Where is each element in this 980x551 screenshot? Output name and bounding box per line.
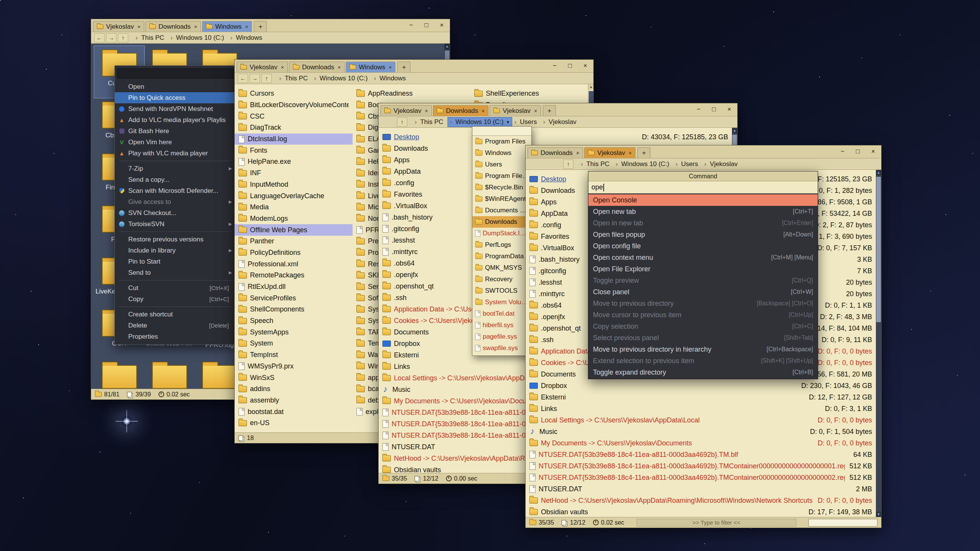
tab[interactable]: Downloads × — [145, 21, 201, 32]
tab-close-icon[interactable]: × — [338, 64, 341, 70]
context-menu-item[interactable]: Delete [Delete] — [115, 320, 236, 331]
dropdown-item[interactable]: System Volume Information — [472, 297, 531, 308]
up-button[interactable]: ↑ — [397, 117, 407, 127]
tab[interactable]: Vjekoslav × — [584, 147, 635, 158]
scroll-up-icon[interactable]: ▲ — [876, 170, 881, 175]
file-row[interactable]: WinSxS — [235, 372, 353, 383]
context-menu-item[interactable]: Git Bash Here — [115, 126, 236, 137]
command-item[interactable]: Open in new tab [Ctrl+Enter] — [588, 217, 818, 229]
tab[interactable]: Windows × — [202, 21, 252, 32]
file-row[interactable]: RtlExUpd.dll — [235, 281, 353, 293]
command-item[interactable]: Move to previous directory [Backspace] [… — [588, 298, 818, 309]
context-menu-item[interactable]: Open — [115, 81, 236, 92]
tab-close-icon[interactable]: × — [137, 24, 140, 30]
scroll-thumb[interactable] — [876, 177, 881, 322]
context-menu-item[interactable]: SVN Checkout... — [115, 207, 236, 218]
file-row[interactable]: Panther — [235, 236, 353, 247]
file-row[interactable]: AppReadiness — [353, 88, 470, 99]
dropdown-item[interactable]: SWTOOLS — [472, 285, 531, 297]
file-row[interactable]: ServiceProfiles — [235, 292, 353, 304]
command-item[interactable]: Move to previous directory in hierarchy … — [588, 344, 818, 355]
file-row[interactable]: NTUSER.DAT{53b39e88-18c4-11ea-a811-000d3… — [526, 460, 876, 472]
file-row[interactable]: CSC — [235, 111, 353, 122]
maximize-button[interactable]: □ — [708, 105, 720, 114]
file-row[interactable]: My Documents -> C:\Users\Vjekoslav\Docum… — [526, 437, 876, 449]
up-button[interactable]: ↑ — [563, 160, 573, 169]
file-row[interactable]: System — [235, 338, 353, 349]
command-item[interactable]: Toggle expand directory [Ctrl+B] — [588, 367, 818, 378]
context-menu-item[interactable] — [119, 280, 232, 280]
dropdown-filter-input[interactable] — [472, 127, 531, 136]
new-tab-button[interactable]: + — [637, 147, 650, 158]
file-row[interactable]: WMSysPr9.prx — [235, 361, 353, 372]
file-row[interactable]: Desktop D: 43034, F: 125185, 23 GB — [379, 131, 732, 143]
tab[interactable]: Windows × — [346, 62, 395, 72]
breadcrumb-segment[interactable]: Users — [512, 117, 541, 127]
tab-close-icon[interactable]: × — [245, 24, 248, 30]
context-menu-item[interactable]: TortoiseSVN ▶ — [115, 218, 236, 230]
context-menu-item[interactable]: Properties — [115, 331, 236, 342]
dropdown-item[interactable]: swapfile.sys — [472, 342, 531, 354]
desktop-folder-item[interactable] — [94, 358, 144, 389]
filter-input[interactable] — [808, 519, 877, 527]
command-item[interactable]: Open config file — [588, 240, 818, 252]
command-item[interactable]: Select previous panel [Shift+Tab] — [588, 332, 818, 344]
command-item[interactable]: Close panel [Ctrl+W] — [588, 286, 818, 298]
context-menu-item[interactable]: Restore previous versions — [115, 234, 236, 245]
context-menu-item[interactable]: Play with VLC media player — [115, 148, 236, 159]
command-item[interactable]: Toggle preview [Ctrl+Q] — [588, 275, 818, 286]
tab-close-icon[interactable]: × — [482, 108, 485, 114]
command-item[interactable]: Open files popup [Alt+Down] — [588, 229, 818, 240]
minimize-button[interactable]: − — [837, 147, 848, 156]
scroll-up-icon[interactable]: ▲ — [732, 128, 737, 133]
dropdown-item[interactable]: Windows — [472, 147, 531, 159]
file-row[interactable]: BitLockerDiscoveryVolumeContents — [235, 99, 353, 111]
dropdown-item[interactable]: DumpStack.log.tmp — [472, 228, 531, 239]
dropdown-item[interactable]: $Recycle.Bin — [472, 182, 531, 193]
forward-button[interactable]: → — [250, 74, 260, 83]
file-row[interactable]: InputMethod — [235, 179, 353, 191]
context-menu-item[interactable]: Cut [Ctrl+X] — [115, 282, 236, 293]
dropdown-item[interactable]: pagefile.sys — [472, 331, 531, 342]
up-button[interactable]: ↑ — [118, 33, 128, 42]
breadcrumb-segment[interactable]: Users — [673, 160, 702, 169]
file-row[interactable]: INF — [235, 168, 353, 179]
new-tab-button[interactable]: + — [543, 105, 556, 116]
command-item[interactable]: Open context menu [Ctrl+M] [Menu] — [588, 252, 818, 263]
file-row[interactable]: ShellComponents — [235, 304, 353, 315]
close-button[interactable]: × — [580, 61, 591, 70]
tab[interactable]: Downloads × — [528, 147, 583, 158]
context-menu-item[interactable]: Copy [Ctrl+C] — [115, 293, 236, 305]
context-menu-item[interactable]: Add to VLC media player's Playlist — [115, 114, 236, 126]
breadcrumb-segment[interactable]: Windows 10 (C:) — [312, 74, 372, 83]
command-input[interactable]: ope — [588, 181, 818, 194]
file-row[interactable]: Dropbox D: 230, F: 1043, 46 GB — [526, 380, 876, 391]
tab-close-icon[interactable]: × — [534, 108, 537, 114]
tab-close-icon[interactable]: × — [425, 108, 428, 114]
dropdown-item[interactable]: QMK_MSYS — [472, 262, 531, 274]
tab-close-icon[interactable]: × — [194, 24, 197, 30]
dropdown-item[interactable]: hiberfil.sys — [472, 320, 531, 331]
dropdown-item[interactable]: Users — [472, 159, 531, 170]
dropdown-item[interactable]: Documents and Settings — [472, 205, 531, 216]
tab-close-icon[interactable]: × — [629, 150, 632, 156]
close-button[interactable]: × — [436, 21, 448, 30]
file-row[interactable]: en-US — [235, 417, 353, 429]
file-row[interactable]: Media — [235, 202, 353, 213]
file-row[interactable]: HelpPane.exe — [235, 156, 353, 168]
dropdown-item[interactable]: Program Files — [472, 136, 531, 147]
context-menu-item[interactable]: 7-Zip ▶ — [115, 163, 236, 174]
new-tab-button[interactable]: + — [397, 62, 410, 72]
breadcrumb-segment[interactable]: This PC — [134, 33, 168, 42]
scrollbar[interactable]: ▲ ▼ — [876, 170, 881, 517]
rename-input[interactable] — [117, 68, 234, 78]
file-row[interactable]: NetHood -> C:\Users\Vjekoslav\AppData\Ro… — [526, 495, 876, 506]
breadcrumb-segment[interactable]: Windows — [228, 33, 266, 42]
command-item[interactable]: Move cursor to previous item [Ctrl+Up] — [588, 309, 818, 321]
tab[interactable]: Vjekoslav × — [490, 105, 541, 116]
file-row[interactable]: NTUSER.DAT 2 MB — [526, 483, 876, 495]
type-to-filter-box[interactable]: >> Type to filter << — [637, 519, 796, 527]
dropdown-item[interactable]: ProgramData — [472, 251, 531, 262]
file-row[interactable]: ModemLogs — [235, 213, 353, 225]
file-row[interactable]: Obsidian vaults D: 17, F: 149, 38 MB — [526, 506, 876, 517]
